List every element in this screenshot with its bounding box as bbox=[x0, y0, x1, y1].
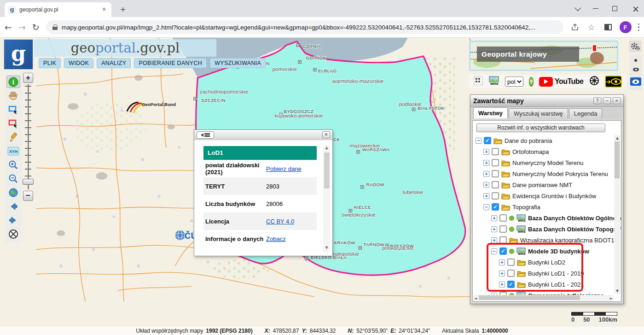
expand-all-layers-button[interactable]: Rozwiń inf. o wszystkich warstwach bbox=[476, 123, 605, 132]
layer-label[interactable]: Dane pomiarowe NMT bbox=[512, 182, 572, 188]
tab-wyszukaj-warstwę[interactable]: Wyszukaj warstwę bbox=[509, 108, 568, 118]
profile-avatar[interactable]: F bbox=[620, 21, 632, 33]
select-red-tool-icon[interactable] bbox=[6, 117, 20, 129]
xyh-tool-icon[interactable]: XYH bbox=[6, 145, 20, 157]
expand-icon[interactable]: + bbox=[491, 226, 497, 232]
popup-row-link[interactable]: Zobacz bbox=[266, 235, 286, 242]
expand-icon[interactable]: + bbox=[491, 215, 497, 221]
layer-label[interactable]: Budynki LoD2 bbox=[528, 259, 565, 266]
browser-menu-icon[interactable] bbox=[638, 24, 640, 31]
layer-checkbox[interactable] bbox=[492, 192, 499, 200]
globe-tool-icon[interactable] bbox=[6, 186, 20, 199]
prev-view-tool-icon[interactable] bbox=[6, 200, 20, 212]
wms-icon[interactable]: wms bbox=[488, 76, 499, 87]
layer-label[interactable]: Baza Danych Obiektów Topograficzn bbox=[528, 226, 621, 233]
tree-horizontal-scrollbar[interactable]: ◄ ► bbox=[473, 295, 614, 301]
clear-tool-icon[interactable] bbox=[6, 228, 20, 240]
tree-vertical-scrollbar[interactable]: ▲ ▼ bbox=[614, 135, 621, 294]
medium-view-icon[interactable] bbox=[633, 68, 639, 71]
expand-icon[interactable]: + bbox=[499, 270, 505, 276]
menu-wyszukiwania[interactable]: WYSZUKIWANIA bbox=[210, 58, 266, 68]
menu-analizy[interactable]: ANALIZY bbox=[97, 58, 131, 68]
popup-row-link[interactable]: CC BY 4.0 bbox=[266, 218, 294, 225]
panel-help-icon[interactable]: ? bbox=[593, 97, 601, 104]
help-button[interactable]: ? bbox=[529, 77, 534, 87]
scroll-down-icon[interactable]: ▼ bbox=[323, 246, 330, 252]
bookmark-star-icon[interactable]: ☆ bbox=[586, 22, 597, 32]
expand-icon[interactable]: + bbox=[483, 193, 489, 199]
geoportal-logo[interactable]: g bbox=[4, 39, 33, 70]
layer-label[interactable]: Ewidencja Gruntów i Budynków bbox=[512, 193, 596, 200]
layer-checkbox[interactable]: ✓ bbox=[499, 247, 507, 255]
layer-label[interactable]: Modele 3D budynków bbox=[528, 248, 589, 255]
layer-label[interactable]: Dane do pobrania bbox=[505, 137, 552, 144]
layer-checkbox[interactable] bbox=[492, 170, 499, 177]
pan-tool-icon[interactable] bbox=[6, 89, 20, 102]
forward-icon[interactable]: → bbox=[18, 22, 26, 32]
back-icon[interactable]: ← bbox=[5, 22, 12, 32]
expand-icon[interactable]: + bbox=[483, 171, 489, 177]
layer-label[interactable]: Topografia bbox=[512, 204, 540, 211]
layer-checkbox[interactable] bbox=[507, 259, 515, 266]
collapse-icon[interactable]: − bbox=[491, 248, 497, 254]
layer-label[interactable]: Numeryczny Model Terenu bbox=[512, 159, 583, 166]
scroll-up-icon[interactable]: ▲ bbox=[323, 146, 330, 152]
close-window-icon[interactable]: × bbox=[631, 4, 640, 14]
expand-icon[interactable]: + bbox=[499, 259, 505, 265]
active-view-eye-icon[interactable] bbox=[630, 77, 641, 86]
tab-close-icon[interactable]: × bbox=[100, 6, 108, 13]
zoom-in-tool-icon[interactable] bbox=[6, 159, 20, 171]
accessibility-wheel-icon[interactable] bbox=[589, 76, 599, 88]
language-select[interactable]: pol bbox=[505, 76, 523, 87]
url-bar[interactable]: mapy.geoportal.gov.pl/imap/Imgp_2.html?l… bbox=[46, 20, 563, 34]
layer-label[interactable]: Ortofotomapa bbox=[512, 148, 549, 155]
layer-checkbox[interactable]: ✓ bbox=[484, 137, 491, 144]
expand-icon[interactable]: + bbox=[491, 237, 497, 243]
pencil-tool-icon[interactable] bbox=[6, 131, 20, 143]
settings-gear-icon[interactable] bbox=[629, 41, 642, 53]
zoom-in-button[interactable]: + bbox=[23, 73, 33, 83]
info-tool-icon[interactable]: i bbox=[6, 76, 20, 88]
youtube-button[interactable]: YouTube bbox=[539, 77, 584, 87]
layer-label[interactable]: Budynki LoD1 - 2019 bbox=[528, 270, 584, 277]
scroll-right-icon[interactable]: ► bbox=[610, 296, 613, 300]
layer-checkbox[interactable] bbox=[499, 214, 507, 222]
tab-search-icon[interactable] bbox=[574, 4, 581, 11]
expand-icon[interactable]: + bbox=[483, 149, 489, 155]
new-tab-button[interactable]: + bbox=[117, 4, 129, 16]
side-panel-icon[interactable] bbox=[603, 22, 613, 32]
layer-checkbox[interactable] bbox=[492, 148, 499, 155]
zoom-out-tool-icon[interactable] bbox=[6, 172, 20, 185]
scroll-left-icon[interactable]: ◄ bbox=[474, 296, 477, 300]
expand-icon[interactable]: + bbox=[483, 182, 489, 188]
next-view-tool-icon[interactable] bbox=[6, 214, 20, 226]
tab-warstwy[interactable]: Warstwy bbox=[473, 107, 508, 118]
popup-back-list-button[interactable] bbox=[197, 131, 214, 139]
layer-checkbox[interactable] bbox=[499, 225, 507, 233]
popup-scrollbar[interactable]: ▲ ▼ bbox=[323, 145, 330, 252]
minimize-icon[interactable] bbox=[593, 8, 598, 9]
collapse-icon[interactable]: − bbox=[476, 138, 482, 144]
layer-checkbox[interactable] bbox=[507, 270, 515, 277]
small-view-icon[interactable] bbox=[634, 59, 637, 62]
expand-icon[interactable]: + bbox=[483, 160, 489, 166]
menu-widok[interactable]: WIDOK bbox=[64, 58, 93, 68]
zoom-slider[interactable]: + − bbox=[22, 73, 34, 206]
popup-row-link[interactable]: Pobierz dane bbox=[266, 165, 302, 172]
popup-close-icon[interactable]: × bbox=[322, 131, 330, 138]
expand-icon[interactable]: + bbox=[499, 282, 505, 288]
layer-label[interactable]: Budynki LoD1 - 2021 bbox=[528, 281, 584, 288]
layer-checkbox[interactable]: ✓ bbox=[492, 203, 499, 211]
layer-checkbox[interactable] bbox=[499, 236, 507, 244]
tab-legenda[interactable]: Legenda bbox=[569, 108, 603, 118]
layer-label[interactable]: Wizualizacja kartograficzna BDOT10k bbox=[520, 237, 621, 244]
scroll-up-icon[interactable]: ▲ bbox=[616, 136, 619, 140]
layer-checkbox[interactable] bbox=[492, 159, 499, 166]
collapse-icon[interactable]: − bbox=[483, 204, 489, 210]
overview-map[interactable]: Geoportal krajowy bbox=[469, 41, 618, 71]
select-blue-tool-icon[interactable] bbox=[6, 103, 20, 116]
vscroll-thumb[interactable] bbox=[615, 141, 620, 178]
zoom-slider-handle[interactable] bbox=[23, 179, 34, 185]
maximize-icon[interactable] bbox=[612, 6, 617, 11]
layer-label[interactable]: Numeryczny Model Pokrycia Terenu bbox=[512, 170, 608, 177]
